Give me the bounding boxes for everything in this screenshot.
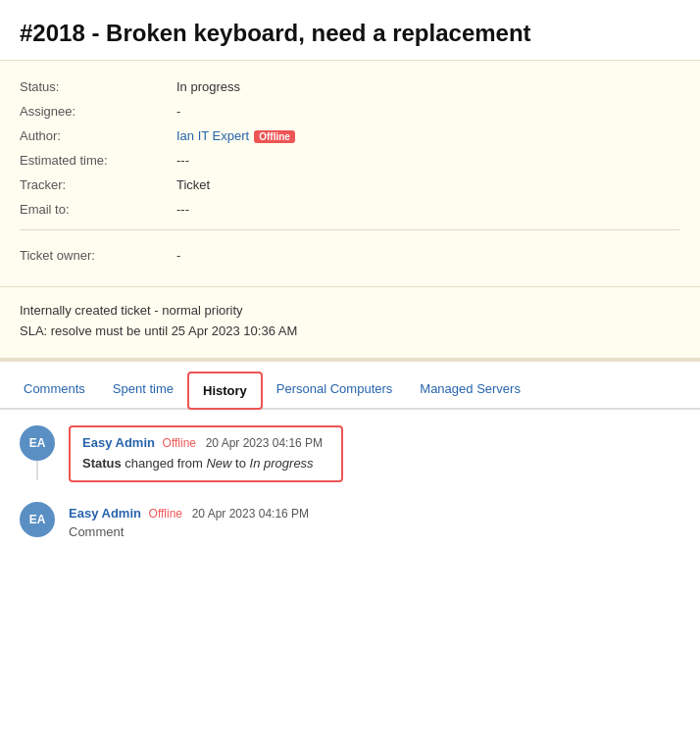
history-timestamp-2: 20 Apr 2023 04:16 PM — [192, 507, 309, 521]
history-timestamp-1: 20 Apr 2023 04:16 PM — [206, 436, 323, 450]
tab-history[interactable]: History — [187, 372, 263, 410]
detail-from: New — [206, 456, 231, 471]
note-section: Internally created ticket - normal prior… — [0, 287, 700, 362]
tab-managed-servers[interactable]: Managed Servers — [406, 370, 534, 408]
status-row: Status: In progress — [20, 74, 680, 99]
avatar-2: EA — [20, 502, 55, 537]
note-line1: Internally created ticket - normal prior… — [20, 301, 680, 322]
detail-to: In progress — [250, 456, 314, 471]
tabs-bar: Comments Spent time History Personal Com… — [0, 370, 700, 410]
owner-row: Ticket owner: - — [20, 238, 680, 273]
page-header: #2018 - Broken keyboard, need a replacem… — [0, 0, 700, 60]
status-label: Status: — [20, 79, 176, 94]
detail-changed: changed from — [125, 456, 206, 471]
tab-comments[interactable]: Comments — [10, 370, 99, 408]
avatar-initials-2: EA — [29, 513, 46, 526]
history-section: EA Easy Admin Offline 20 Apr 2023 04:16 … — [0, 410, 700, 575]
author-link[interactable]: Ian IT Expert — [176, 128, 249, 143]
history-bubble-1: Easy Admin Offline 20 Apr 2023 04:16 PM … — [69, 425, 343, 483]
history-meta-2: Easy Admin Offline 20 Apr 2023 04:16 PM — [69, 506, 680, 521]
assignee-row: Assignee: - — [20, 99, 680, 124]
tracker-row: Tracker: Ticket — [20, 173, 680, 197]
history-offline-1: Offline — [163, 436, 196, 450]
email-value: --- — [176, 202, 189, 217]
history-entry-1: EA Easy Admin Offline 20 Apr 2023 04:16 … — [20, 425, 680, 483]
note-line2: SLA: resolve must be until 25 Apr 2023 1… — [20, 322, 680, 342]
history-detail-1: Status changed from New to In progress — [82, 454, 329, 473]
history-offline-2: Offline — [149, 507, 182, 521]
history-author-1: Easy Admin — [82, 435, 155, 450]
avatar-initials-1: EA — [29, 436, 46, 450]
detail-status-label: Status — [82, 456, 122, 471]
tracker-value: Ticket — [176, 177, 210, 192]
assignee-value: - — [176, 104, 180, 119]
separator — [20, 229, 680, 230]
detail-to-text: to — [235, 456, 249, 471]
author-row-value: Ian IT ExpertOffline — [176, 128, 295, 143]
page-title: #2018 - Broken keyboard, need a replacem… — [20, 18, 680, 48]
history-meta-1: Easy Admin Offline 20 Apr 2023 04:16 PM — [82, 435, 329, 450]
history-body-2: Easy Admin Offline 20 Apr 2023 04:16 PM … — [69, 502, 680, 539]
author-offline-badge: Offline — [254, 130, 295, 143]
email-label: Email to: — [20, 202, 176, 217]
tracker-label: Tracker: — [20, 177, 176, 192]
owner-value: - — [176, 248, 180, 263]
estimated-label: Estimated time: — [20, 153, 176, 168]
comment-text-2: Comment — [69, 524, 680, 539]
timeline-line-1 — [36, 461, 38, 480]
estimated-row: Estimated time: --- — [20, 148, 680, 173]
history-entry-2: EA Easy Admin Offline 20 Apr 2023 04:16 … — [20, 502, 680, 539]
status-value: In progress — [176, 79, 240, 94]
author-row: Author: Ian IT ExpertOffline — [20, 124, 680, 148]
author-label: Author: — [20, 128, 176, 143]
ticket-info-section: Status: In progress Assignee: - Author: … — [0, 60, 700, 287]
avatar-1: EA — [20, 425, 55, 461]
email-row: Email to: --- — [20, 197, 680, 222]
history-author-2: Easy Admin — [69, 506, 141, 521]
assignee-label: Assignee: — [20, 104, 176, 119]
tab-spent-time[interactable]: Spent time — [99, 370, 187, 408]
owner-label: Ticket owner: — [20, 248, 176, 263]
history-body-1: Easy Admin Offline 20 Apr 2023 04:16 PM … — [69, 425, 680, 483]
tab-personal-computers[interactable]: Personal Computers — [263, 370, 407, 408]
estimated-value: --- — [176, 153, 189, 168]
